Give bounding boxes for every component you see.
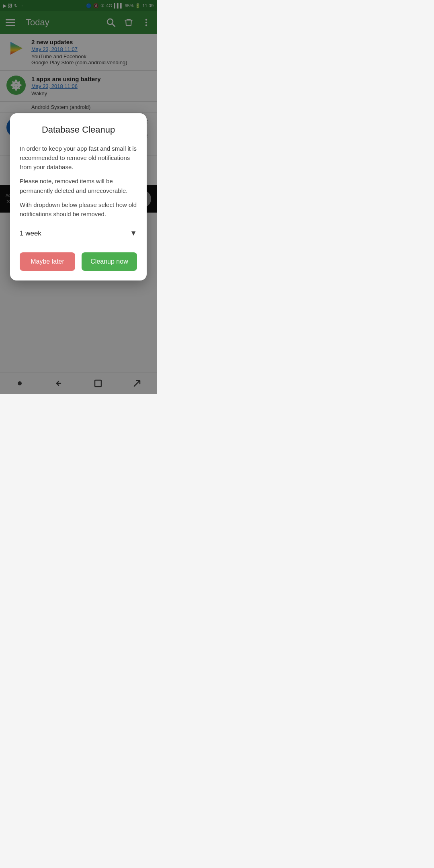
dialog-buttons: Maybe later Cleanup now xyxy=(20,252,137,271)
cleanup-now-button[interactable]: Cleanup now xyxy=(82,252,137,271)
database-cleanup-dialog: Database Cleanup In order to keep your a… xyxy=(10,113,147,281)
dialog-overlay: Database Cleanup In order to keep your a… xyxy=(0,0,157,394)
maybe-later-button[interactable]: Maybe later xyxy=(20,252,75,271)
dialog-body-3: With dropdown below please select how ol… xyxy=(20,200,137,219)
week-dropdown[interactable]: 1 week ▼ xyxy=(20,226,137,241)
dialog-body-2: Please note, removed items will be perma… xyxy=(20,176,137,195)
dialog-body-1: In order to keep your app fast and small… xyxy=(20,144,137,172)
dropdown-value: 1 week xyxy=(20,229,41,237)
dialog-title: Database Cleanup xyxy=(20,125,137,135)
dropdown-arrow-icon: ▼ xyxy=(130,229,137,237)
